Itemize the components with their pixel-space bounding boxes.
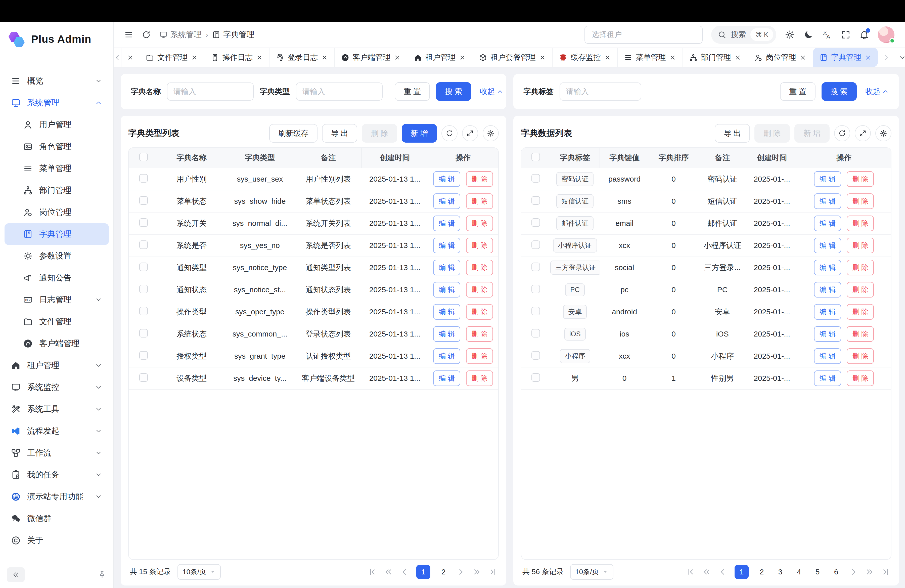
hamburger-menu-button[interactable]	[124, 30, 133, 39]
row-checkbox[interactable]	[532, 329, 540, 337]
sidebar-item-demo-features[interactable]: 演示站专用功能	[5, 486, 109, 507]
next-page-button[interactable]	[849, 567, 858, 576]
next-fast-button[interactable]	[473, 567, 481, 576]
edit-button[interactable]: 编 辑	[814, 194, 841, 209]
row-checkbox[interactable]	[139, 285, 148, 293]
fullscreen-button[interactable]	[841, 30, 851, 40]
delete-button[interactable]: 删 除	[466, 370, 493, 386]
sidebar-item-about[interactable]: 关于	[5, 530, 109, 551]
delete-button[interactable]: 删 除	[847, 304, 874, 319]
next-fast-button[interactable]	[865, 567, 874, 576]
edit-button[interactable]: 编 辑	[433, 326, 460, 342]
edit-button[interactable]: 编 辑	[433, 260, 460, 275]
edit-button[interactable]: 编 辑	[433, 194, 460, 209]
breadcrumb-section[interactable]: 系统管理	[159, 29, 202, 40]
page-6-button[interactable]: 6	[830, 567, 841, 576]
tab-file-management[interactable]: 文件管理	[139, 48, 204, 67]
edit-button[interactable]: 编 辑	[814, 260, 841, 275]
tab-post-management[interactable]: 岗位管理	[748, 48, 813, 67]
global-search-button[interactable]: 搜索 ⌘ K	[711, 25, 776, 44]
delete-button[interactable]: 删 除	[847, 260, 874, 275]
delete-button[interactable]: 删 除	[847, 171, 874, 187]
edit-button[interactable]: 编 辑	[433, 238, 460, 253]
delete-button[interactable]: 删 除	[847, 370, 874, 386]
search-button[interactable]: 搜 索	[822, 82, 857, 101]
sidebar-item-role-management[interactable]: 角色管理	[5, 136, 109, 157]
first-page-button[interactable]	[368, 567, 376, 576]
edit-button[interactable]: 编 辑	[433, 282, 460, 297]
row-checkbox[interactable]	[532, 307, 540, 315]
row-checkbox[interactable]	[139, 262, 148, 271]
row-checkbox[interactable]	[532, 373, 540, 382]
delete-button[interactable]: 删 除	[466, 282, 493, 297]
row-checkbox[interactable]	[532, 240, 540, 249]
delete-button[interactable]: 删 除	[466, 171, 493, 187]
table-expand-button[interactable]	[855, 125, 871, 141]
tab-tenant-management[interactable]: 租户管理	[407, 48, 472, 67]
row-checkbox[interactable]	[532, 285, 540, 293]
row-checkbox[interactable]	[139, 307, 148, 315]
sidebar-item-log-management[interactable]: 日志管理	[5, 289, 109, 311]
tenant-select-input[interactable]: 选择租户	[584, 25, 703, 44]
row-checkbox[interactable]	[532, 196, 540, 205]
sidebar-item-post-management[interactable]: 岗位管理	[5, 202, 109, 223]
edit-button[interactable]: 编 辑	[814, 171, 841, 187]
dict-type-input[interactable]: 请输入	[296, 83, 383, 100]
sidebar-item-notice[interactable]: 通知公告	[5, 267, 109, 289]
row-checkbox[interactable]	[139, 218, 148, 227]
user-avatar[interactable]	[878, 26, 894, 43]
tab-partial[interactable]	[121, 48, 139, 67]
tab-client-management[interactable]: 客户端管理	[335, 48, 407, 67]
row-checkbox[interactable]	[139, 174, 148, 183]
tabs-dropdown-button[interactable]	[894, 48, 905, 67]
delete-button[interactable]: 删 除	[466, 216, 493, 231]
delete-button[interactable]: 删 除	[847, 348, 874, 364]
row-checkbox[interactable]	[139, 240, 148, 249]
add-button[interactable]: 新 增	[402, 124, 437, 143]
prev-fast-button[interactable]	[702, 567, 711, 576]
sidebar-item-overview[interactable]: 概览	[5, 70, 109, 92]
tabs-scroll-left-button[interactable]	[114, 48, 121, 67]
prev-page-button[interactable]	[400, 567, 409, 576]
table-refresh-button[interactable]	[441, 125, 457, 141]
sidebar-item-tenant-management[interactable]: 租户管理	[5, 354, 109, 376]
tab-operation-log[interactable]: 操作日志	[204, 48, 270, 67]
edit-button[interactable]: 编 辑	[814, 282, 841, 297]
page-2-button[interactable]: 2	[756, 567, 767, 576]
tab-menu-management[interactable]: 菜单管理	[618, 48, 683, 67]
next-page-button[interactable]	[457, 567, 465, 576]
sidebar-item-param-settings[interactable]: 参数设置	[5, 245, 109, 267]
delete-button[interactable]: 删 除	[466, 326, 493, 342]
delete-button[interactable]: 删 除	[847, 282, 874, 297]
page-5-button[interactable]: 5	[812, 567, 823, 576]
last-page-button[interactable]	[881, 567, 890, 576]
delete-button[interactable]: 删 除	[466, 260, 493, 275]
collapse-search-link[interactable]: 收起	[865, 86, 889, 97]
edit-button[interactable]: 编 辑	[814, 216, 841, 231]
edit-button[interactable]: 编 辑	[433, 304, 460, 319]
dark-mode-toggle[interactable]	[803, 30, 813, 40]
sidebar-item-system-management[interactable]: 系统管理	[5, 92, 109, 114]
tab-tenant-package[interactable]: 租户套餐管理	[472, 48, 553, 67]
sidebar-item-system-monitor[interactable]: 系统监控	[5, 377, 109, 398]
sidebar-item-client-management[interactable]: 客户端管理	[5, 333, 109, 354]
edit-button[interactable]: 编 辑	[814, 348, 841, 364]
sidebar-item-wechat-group[interactable]: 微信群	[5, 508, 109, 529]
row-checkbox[interactable]	[139, 329, 148, 337]
row-checkbox[interactable]	[532, 174, 540, 183]
sidebar-item-menu-management[interactable]: 菜单管理	[5, 158, 109, 179]
page-1-button[interactable]: 1	[416, 565, 430, 579]
page-size-select[interactable]: 10条/页	[178, 564, 221, 580]
page-3-button[interactable]: 3	[775, 567, 786, 576]
refresh-cache-button[interactable]: 刷新缓存	[269, 124, 318, 143]
delete-button[interactable]: 删 除	[847, 216, 874, 231]
sidebar-item-process-start[interactable]: 流程发起	[5, 420, 109, 442]
sidebar-item-system-tools[interactable]: 系统工具	[5, 398, 109, 420]
sidebar-item-user-management[interactable]: 用户管理	[5, 114, 109, 135]
sidebar-item-dept-management[interactable]: 部门管理	[5, 180, 109, 201]
table-settings-button[interactable]	[483, 125, 499, 141]
edit-button[interactable]: 编 辑	[433, 171, 460, 187]
edit-button[interactable]: 编 辑	[814, 326, 841, 342]
first-page-button[interactable]	[686, 567, 695, 576]
tab-dept-management[interactable]: 部门管理	[683, 48, 748, 67]
